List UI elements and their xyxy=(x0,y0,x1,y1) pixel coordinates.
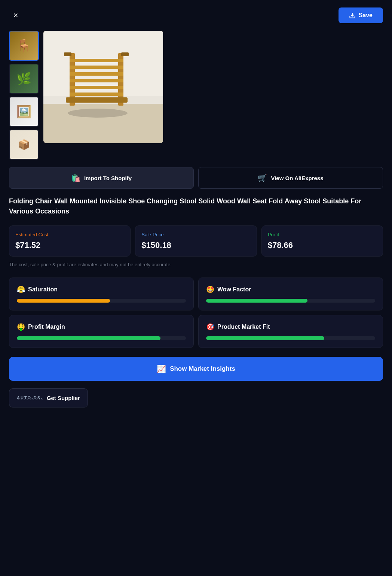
profit-margin-card: 🤑 Profit Margin xyxy=(9,315,194,348)
saturation-card: 😤 Saturation xyxy=(9,278,194,310)
product-gallery: 🪑 🌿 🖼️ 📦 xyxy=(0,31,392,167)
thumbnail-1[interactable]: 🪑 xyxy=(9,31,39,61)
save-icon xyxy=(349,12,356,19)
sale-price-label: Sale Price xyxy=(141,232,250,237)
pricing-grid: Estimated Cost $71.52 Sale Price $150.18… xyxy=(0,225,392,261)
product-image-svg xyxy=(43,31,163,143)
svg-rect-11 xyxy=(70,86,123,89)
product-title: Folding Chair Wall Mounted Invisible Sho… xyxy=(0,196,392,225)
shopify-icon: 🛍️ xyxy=(71,173,80,182)
estimated-cost-card: Estimated Cost $71.52 xyxy=(9,225,131,257)
svg-rect-10 xyxy=(70,79,123,82)
aliexpress-icon: 🛒 xyxy=(258,173,267,182)
profit-value: $78.66 xyxy=(268,240,377,250)
svg-rect-15 xyxy=(121,52,129,56)
saturation-bar-fill xyxy=(17,299,110,303)
svg-rect-14 xyxy=(64,52,71,56)
saturation-emoji: 😤 xyxy=(17,285,25,294)
svg-rect-12 xyxy=(70,93,123,96)
estimated-cost-value: $71.52 xyxy=(15,240,124,250)
profit-card: Profit $78.66 xyxy=(261,225,383,257)
thumbnail-list: 🪑 🌿 🖼️ 📦 xyxy=(9,31,39,160)
metrics-grid: 😤 Saturation 🤩 Wow Factor 🤑 Profit Margi… xyxy=(0,278,392,357)
product-market-fit-card: 🎯 Product Market Fit xyxy=(198,315,383,348)
import-shopify-button[interactable]: 🛍️ Import To Shopify xyxy=(9,167,194,189)
profit-margin-title: 🤑 Profit Margin xyxy=(17,323,186,331)
thumbnail-4[interactable]: 📦 xyxy=(9,130,39,160)
estimated-cost-label: Estimated Cost xyxy=(15,232,124,237)
get-supplier-button[interactable]: AUTŌ-DS- Get Supplier xyxy=(9,388,88,407)
product-market-fit-emoji: 🎯 xyxy=(206,323,214,331)
thumbnail-3[interactable]: 🖼️ xyxy=(9,97,39,127)
profit-margin-bar-fill xyxy=(17,336,160,340)
wow-factor-bar-bg xyxy=(206,299,375,303)
header: × Save xyxy=(0,0,392,31)
thumbnail-2[interactable]: 🌿 xyxy=(9,64,39,94)
wow-factor-title: 🤩 Wow Factor xyxy=(206,285,375,294)
show-market-insights-button[interactable]: 📈 Show Market Insights xyxy=(9,357,383,381)
svg-rect-9 xyxy=(70,72,123,76)
profit-margin-bar-bg xyxy=(17,336,186,340)
product-market-fit-bar-bg xyxy=(206,336,375,340)
save-button[interactable]: Save xyxy=(339,7,383,23)
wow-factor-emoji: 🤩 xyxy=(206,285,214,294)
insights-icon: 📈 xyxy=(157,364,166,373)
svg-point-16 xyxy=(68,109,128,118)
product-market-fit-bar-fill xyxy=(206,336,324,340)
wow-factor-card: 🤩 Wow Factor xyxy=(198,278,383,310)
main-product-image xyxy=(43,31,163,143)
close-button[interactable]: × xyxy=(9,9,22,22)
svg-rect-13 xyxy=(66,97,128,103)
view-aliexpress-button[interactable]: 🛒 View On AliExpress xyxy=(198,167,383,189)
profit-margin-emoji: 🤑 xyxy=(17,323,25,331)
sale-price-card: Sale Price $150.18 xyxy=(135,225,257,257)
wow-factor-bar-fill xyxy=(206,299,307,303)
svg-rect-8 xyxy=(70,66,123,69)
product-market-fit-title: 🎯 Product Market Fit xyxy=(206,323,375,331)
autods-logo: AUTŌ-DS- xyxy=(17,395,43,400)
pricing-disclaimer: The cost, sale price & profit are estima… xyxy=(0,261,392,278)
profit-label: Profit xyxy=(268,232,377,237)
sale-price-value: $150.18 xyxy=(141,240,250,250)
saturation-title: 😤 Saturation xyxy=(17,285,186,294)
svg-rect-7 xyxy=(70,59,123,62)
saturation-bar-bg xyxy=(17,299,186,303)
action-buttons: 🛍️ Import To Shopify 🛒 View On AliExpres… xyxy=(0,167,392,196)
svg-rect-3 xyxy=(43,98,163,143)
